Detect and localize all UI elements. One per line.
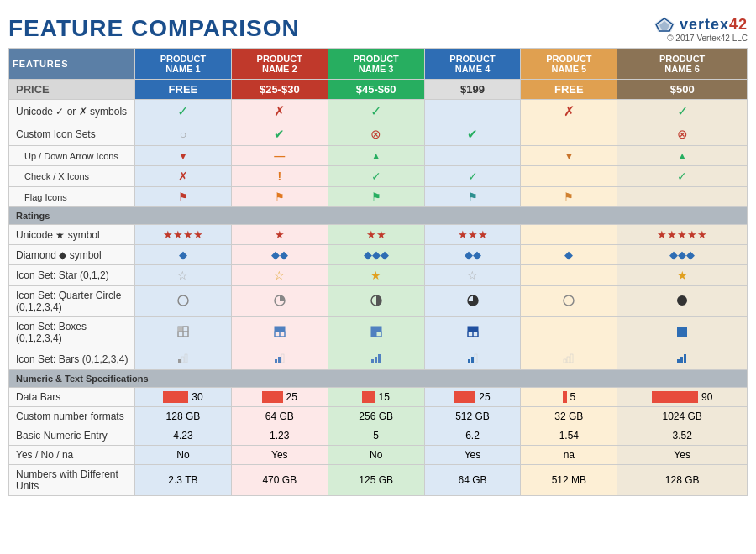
check-icon: ✓ bbox=[370, 104, 381, 118]
check-x-p2: ! bbox=[231, 166, 328, 187]
bar-p6-container: 90 bbox=[622, 391, 742, 403]
yes-no-p1: No bbox=[135, 446, 232, 465]
numeric-section-row: Numeric & Text Specifications bbox=[9, 370, 748, 388]
flags-p2: ⚑ bbox=[231, 187, 328, 207]
star-p5 bbox=[521, 225, 617, 245]
price-p1: FREE bbox=[135, 80, 232, 100]
product-4-header: PRODUCTNAME 4 bbox=[424, 49, 521, 80]
bars-0-icon bbox=[563, 352, 575, 363]
star-red-icon: ★★★★★ bbox=[657, 228, 707, 241]
row-custom-icon-sets: Custom Icon Sets ○ ✔ ⊗ ✔ ⊗ bbox=[9, 123, 748, 146]
icon-sets-p2: ✔ bbox=[231, 123, 328, 146]
quarter-circle-2-icon bbox=[370, 295, 382, 306]
numbers-units-p3: 125 GB bbox=[328, 465, 424, 496]
star-filled-icon: ★ bbox=[370, 269, 381, 282]
diamond-p5: ◆ bbox=[521, 245, 617, 265]
star-red-icon: ★★★ bbox=[458, 228, 488, 241]
custom-number-p3: 256 GB bbox=[328, 407, 424, 426]
iconset-quarter-label: Icon Set: Quarter Circle (0,1,2,3,4) bbox=[9, 286, 135, 317]
basic-numeric-p6: 3.52 bbox=[617, 426, 748, 446]
yes-no-p3: No bbox=[328, 446, 424, 465]
diamond-p2: ◆◆ bbox=[231, 245, 328, 265]
unicode-label: Unicode ✓ or ✗ symbols bbox=[9, 100, 135, 123]
bar-p2-container: 25 bbox=[237, 391, 323, 403]
iconset-boxes-p1 bbox=[135, 317, 232, 348]
flags-p3: ⚑ bbox=[328, 187, 424, 207]
unicode-p1: ✓ bbox=[135, 100, 232, 123]
product-header-row: FEATURES PRODUCTNAME 1 PRODUCTNAME 2 PRO… bbox=[9, 49, 748, 80]
flags-p6 bbox=[617, 187, 748, 207]
iconset-bars-p6 bbox=[617, 348, 748, 370]
diamond-label: Diamond ◆ symbol bbox=[9, 245, 135, 265]
bar-p4-value: 25 bbox=[479, 391, 490, 403]
unicode-p6: ✓ bbox=[617, 100, 748, 123]
iconset-star-p5 bbox=[521, 265, 617, 286]
svg-rect-37 bbox=[375, 357, 377, 363]
check-x-p4: ✓ bbox=[424, 166, 521, 187]
quarter-circle-3-icon bbox=[467, 295, 479, 306]
row-arrows: Up / Down Arrow Icons ▼ — ▲ ▼ ▲ bbox=[9, 146, 748, 166]
check-green-icon: ✓ bbox=[468, 170, 478, 183]
svg-rect-26 bbox=[473, 327, 478, 332]
check-x-p5 bbox=[521, 166, 617, 187]
data-bars-p5: 5 bbox=[521, 388, 617, 407]
bar-p1-value: 30 bbox=[192, 391, 202, 403]
arrows-p3: ▲ bbox=[328, 146, 424, 166]
page-title: FEATURE COMPARISON bbox=[8, 15, 300, 42]
row-iconset-boxes: Icon Set: Boxes (0,1,2,3,4) bbox=[9, 317, 748, 348]
cross-red-icon: ✗ bbox=[178, 170, 188, 183]
unicode-p4 bbox=[424, 100, 521, 123]
product-5-header: PRODUCTNAME 5 bbox=[521, 49, 617, 80]
yes-no-na-label: Yes / No / na bbox=[9, 446, 135, 465]
diamond-blue-icon: ◆◆ bbox=[271, 248, 288, 261]
star-filled-icon: ★ bbox=[677, 269, 688, 282]
svg-rect-39 bbox=[468, 359, 470, 363]
arrows-p1: ▼ bbox=[135, 146, 232, 166]
data-bars-label: Data Bars bbox=[9, 388, 135, 407]
svg-rect-42 bbox=[564, 359, 566, 363]
svg-rect-17 bbox=[275, 332, 280, 337]
row-custom-number-formats: Custom number formats 128 GB 64 GB 256 G… bbox=[9, 407, 748, 426]
arrow-up-icon: ▲ bbox=[677, 150, 687, 162]
box-3-icon bbox=[467, 326, 479, 337]
bar-p4-container: 25 bbox=[430, 391, 516, 403]
price-label: PRICE bbox=[9, 80, 135, 100]
bar-p2-value: 25 bbox=[286, 391, 297, 403]
star-outline-icon: ☆ bbox=[177, 269, 188, 282]
diamond-p6: ◆◆◆ bbox=[617, 245, 748, 265]
star-outline-icon: ☆ bbox=[467, 269, 478, 282]
check-icon: ✓ bbox=[177, 104, 188, 118]
basic-numeric-p3: 5 bbox=[328, 426, 424, 446]
iconset-star-p3: ★ bbox=[328, 265, 424, 286]
logo-icon bbox=[653, 15, 676, 34]
yes-no-p6: Yes bbox=[617, 446, 748, 465]
numbers-units-p6: 128 GB bbox=[617, 465, 748, 496]
flag-teal-icon: ⚑ bbox=[468, 191, 478, 203]
iconset-star-p1: ☆ bbox=[135, 265, 232, 286]
svg-rect-41 bbox=[475, 354, 477, 363]
logo-area: vertex42 © 2017 Vertex42 LLC bbox=[653, 15, 748, 43]
price-row: PRICE FREE $25-$30 $45-$60 $199 FREE $50… bbox=[9, 80, 748, 100]
row-diamond: Diamond ◆ symbol ◆ ◆◆ ◆◆◆ ◆◆ ◆ ◆◆◆ bbox=[9, 245, 748, 265]
bar-p1-container: 30 bbox=[140, 391, 226, 403]
star-p1: ★★★★ bbox=[135, 225, 232, 245]
unicode-p5: ✗ bbox=[521, 100, 617, 123]
iconset-star-p4: ☆ bbox=[424, 265, 521, 286]
iconset-quarter-p4 bbox=[424, 286, 521, 317]
bar-p3-container: 15 bbox=[333, 391, 419, 403]
star-p6: ★★★★★ bbox=[617, 225, 748, 245]
bars-2-icon bbox=[274, 352, 286, 363]
flags-p5: ⚑ bbox=[521, 187, 617, 207]
star-half-icon: ☆ bbox=[274, 269, 285, 282]
icon-sets-p1: ○ bbox=[135, 123, 232, 146]
row-data-bars: Data Bars 30 25 15 bbox=[9, 388, 748, 407]
bar-p5-container: 5 bbox=[526, 391, 612, 403]
svg-rect-30 bbox=[178, 359, 181, 363]
svg-rect-43 bbox=[567, 357, 570, 363]
iconset-bars-p3 bbox=[328, 348, 424, 370]
basic-numeric-p5: 1.54 bbox=[521, 426, 617, 446]
custom-number-p5: 32 GB bbox=[521, 407, 617, 426]
iconset-bars-p5 bbox=[521, 348, 617, 370]
basic-numeric-p4: 6.2 bbox=[424, 426, 521, 446]
row-flags: Flag Icons ⚑ ⚑ ⚑ ⚑ ⚑ bbox=[9, 187, 748, 207]
